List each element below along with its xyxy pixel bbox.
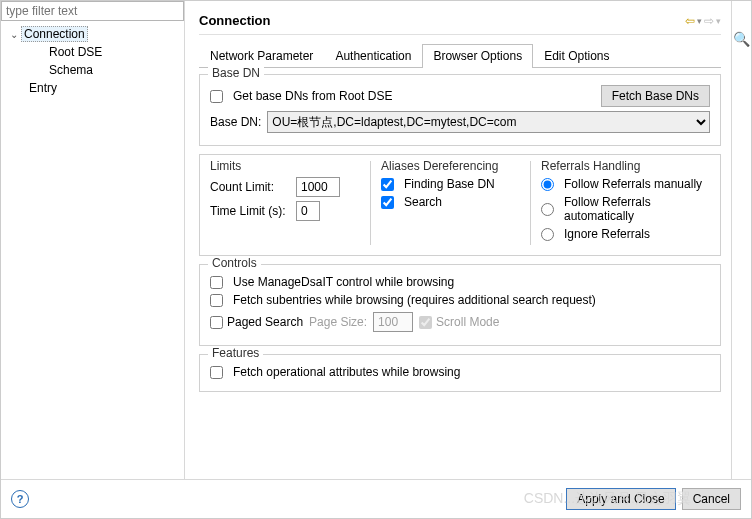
tree-label: Entry [27,81,59,95]
page-size-input [373,312,413,332]
help-icon[interactable]: ? [11,490,29,508]
tree-item-schema[interactable]: Schema [1,61,184,79]
tab-browser-options[interactable]: Browser Options [422,44,533,68]
ignore-referrals-radio[interactable]: Ignore Referrals [541,227,710,241]
paged-search-checkbox[interactable]: Paged Search [210,315,303,329]
count-limit-input[interactable] [296,177,340,197]
back-icon[interactable]: ⇦ [685,14,695,28]
tabs: Network Parameter Authentication Browser… [199,43,721,68]
sidebar: ⌄ Connection Root DSE Schema Entry [1,1,185,479]
fetch-base-dns-button[interactable]: Fetch Base DNs [601,85,710,107]
fetch-operational-attributes-checkbox[interactable]: Fetch operational attributes while brows… [210,365,710,379]
legend: Base DN [208,66,264,80]
label: Search [404,195,442,209]
tree-label: Connection [21,26,88,42]
label: Follow Referrals automatically [564,195,710,223]
follow-referrals-manually-radio[interactable]: Follow Referrals manually [541,177,710,191]
apply-and-close-button[interactable]: Apply and Close [566,488,675,510]
base-dn-select[interactable]: OU=根节点,DC=ldaptest,DC=mytest,DC=com [267,111,710,133]
base-dn-label: Base DN: [210,115,261,129]
tree-item-root-dse[interactable]: Root DSE [1,43,184,61]
cancel-button[interactable]: Cancel [682,488,741,510]
footer: ? Apply and Close Cancel CSDN...达边风月.风之羽… [1,479,751,518]
count-limit-label: Count Limit: [210,180,290,194]
chevron-down-icon[interactable]: ⌄ [7,29,21,40]
search-icon[interactable]: 🔍 [733,31,750,47]
label: Fetch subentries while browsing (require… [233,293,596,307]
label: Paged Search [227,315,303,329]
label: Finding Base DN [404,177,495,191]
legend: Controls [208,256,261,270]
nav-arrows: ⇦▾ ⇨▾ [685,14,721,28]
filter-input[interactable] [1,1,184,21]
label: Scroll Mode [436,315,499,329]
get-base-dns-checkbox[interactable]: Get base DNs from Root DSE [210,89,392,103]
tab-edit-options[interactable]: Edit Options [533,44,620,68]
label: Follow Referrals manually [564,177,702,191]
tree-item-entry[interactable]: Entry [1,79,184,97]
tree-item-connection[interactable]: ⌄ Connection [1,25,184,43]
base-dn-group: Base DN Get base DNs from Root DSE Fetch… [199,74,721,146]
right-rail: 🔍 [731,1,751,479]
finding-base-dn-checkbox[interactable]: Finding Base DN [381,177,520,191]
scroll-mode-checkbox: Scroll Mode [419,315,499,329]
time-limit-label: Time Limit (s): [210,204,290,218]
time-limit-input[interactable] [296,201,320,221]
tree-label: Root DSE [47,45,104,59]
page-title: Connection [199,13,271,28]
tree-label: Schema [47,63,95,77]
label: Fetch operational attributes while brows… [233,365,460,379]
search-checkbox[interactable]: Search [381,195,520,209]
follow-referrals-automatically-radio[interactable]: Follow Referrals automatically [541,195,710,223]
features-group: Features Fetch operational attributes wh… [199,354,721,392]
fetch-subentries-checkbox[interactable]: Fetch subentries while browsing (require… [210,293,710,307]
back-menu-icon[interactable]: ▾ [697,16,702,26]
tab-network-parameter[interactable]: Network Parameter [199,44,324,68]
label: Get base DNs from Root DSE [233,89,392,103]
limits-legend: Limits [210,159,360,173]
tree: ⌄ Connection Root DSE Schema Entry [1,21,184,101]
aliases-legend: Aliases Dereferencing [381,159,520,173]
forward-icon[interactable]: ⇨ [704,14,714,28]
label: Ignore Referrals [564,227,650,241]
limits-aliases-referrals-group: Limits Count Limit: Time Limit (s): Alia… [199,154,721,256]
tab-authentication[interactable]: Authentication [324,44,422,68]
content: Connection ⇦▾ ⇨▾ Network Parameter Authe… [185,1,731,479]
referrals-legend: Referrals Handling [541,159,710,173]
page-size-label: Page Size: [309,315,367,329]
legend: Features [208,346,263,360]
label: Use ManageDsaIT control while browsing [233,275,454,289]
managedsait-checkbox[interactable]: Use ManageDsaIT control while browsing [210,275,710,289]
forward-menu-icon[interactable]: ▾ [716,16,721,26]
controls-group: Controls Use ManageDsaIT control while b… [199,264,721,346]
